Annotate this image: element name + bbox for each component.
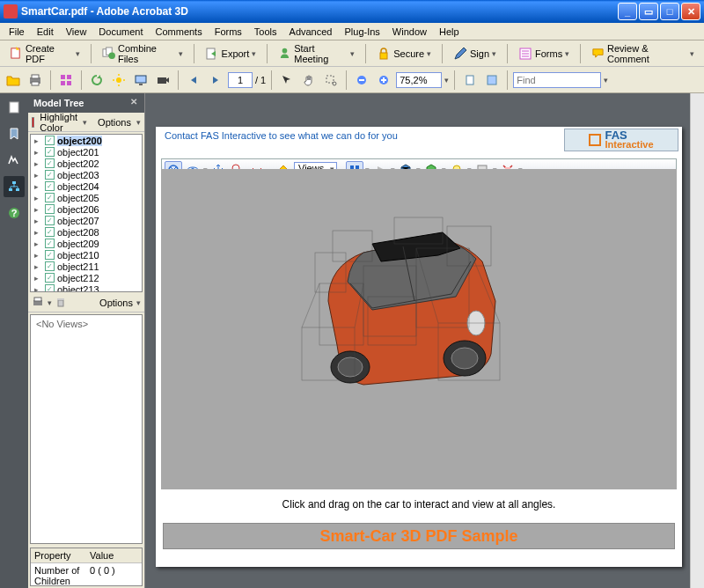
- tree-item[interactable]: ▸✓object213: [31, 283, 142, 292]
- svg-rect-25: [158, 77, 166, 84]
- window-title: SmartCar.pdf - Adobe Acrobat 3D: [21, 5, 618, 18]
- instruction-text: Click and drag on the car to interact an…: [156, 493, 682, 516]
- combine-icon: [102, 47, 115, 61]
- page-number-input[interactable]: [228, 72, 253, 88]
- model-tree-panel-button[interactable]: [4, 176, 25, 197]
- close-button[interactable]: ✕: [681, 3, 700, 20]
- vertical-scrollbar[interactable]: [690, 93, 704, 588]
- menu-document[interactable]: Document: [93, 25, 148, 39]
- fit-width-button[interactable]: [460, 70, 480, 90]
- prev-page-button[interactable]: [184, 70, 203, 90]
- start-meeting-button[interactable]: Start Meeting▾: [272, 40, 361, 68]
- tree-options-menu[interactable]: Options: [98, 117, 131, 128]
- document-viewport[interactable]: Contact FAS Interactive to see what we c…: [145, 93, 704, 588]
- highlight-color-label[interactable]: Highlight Color: [40, 112, 77, 133]
- print-button[interactable]: [26, 70, 45, 90]
- pages-panel-button[interactable]: [4, 97, 25, 118]
- tree-item[interactable]: ▸✓object206: [31, 203, 142, 215]
- maximize-button[interactable]: □: [660, 3, 679, 20]
- create-pdf-button[interactable]: Create PDF▾: [4, 40, 86, 68]
- property-header-key: Property: [31, 548, 86, 562]
- tree-item[interactable]: ▸✓object203: [31, 169, 142, 180]
- fas-logo: FASInteractive: [564, 129, 678, 151]
- hand-tool-button[interactable]: [299, 70, 319, 90]
- sun-button[interactable]: [109, 70, 128, 90]
- menu-window[interactable]: Window: [387, 25, 432, 39]
- highlight-color-swatch[interactable]: [32, 117, 34, 128]
- 3d-canvas[interactable]: [161, 169, 677, 489]
- tree-item[interactable]: ▸✓object201: [31, 146, 142, 158]
- tree-item[interactable]: ▸✓object212: [31, 272, 142, 283]
- find-input[interactable]: [513, 72, 601, 88]
- tree-item[interactable]: ▸✓object211: [31, 261, 142, 272]
- menu-forms[interactable]: Forms: [209, 25, 247, 39]
- svg-rect-35: [10, 102, 18, 113]
- reload-button[interactable]: [87, 70, 106, 90]
- minimize-button[interactable]: _: [618, 3, 637, 20]
- svg-point-27: [333, 82, 336, 85]
- views-options-menu[interactable]: Options: [99, 298, 133, 308]
- forms-button[interactable]: Forms▾: [512, 43, 576, 64]
- svg-rect-15: [67, 75, 71, 79]
- fit-page-button[interactable]: [482, 70, 502, 90]
- car-model[interactable]: [275, 195, 539, 415]
- pdf-page: Contact FAS Interactive to see what we c…: [156, 127, 682, 567]
- marquee-zoom-button[interactable]: [321, 70, 341, 90]
- views-print-icon[interactable]: [32, 296, 44, 310]
- zoom-level-input[interactable]: [396, 72, 442, 88]
- svg-rect-6: [380, 53, 387, 59]
- menu-plugins[interactable]: Plug-Ins: [339, 25, 385, 39]
- tree-item[interactable]: ▸✓object205: [31, 192, 142, 203]
- svg-point-63: [451, 348, 478, 369]
- menu-edit[interactable]: Edit: [32, 25, 59, 39]
- views-trash-icon[interactable]: [55, 297, 66, 309]
- help-panel-button[interactable]: ?: [4, 202, 25, 224]
- comment-icon: [591, 47, 605, 61]
- svg-rect-14: [61, 75, 65, 79]
- menu-comments[interactable]: Comments: [150, 25, 208, 39]
- menu-view[interactable]: View: [61, 25, 92, 39]
- review-comment-button[interactable]: Review & Comment▾: [585, 40, 700, 68]
- property-row-value: 0 ( 0 ): [86, 563, 142, 588]
- menu-advanced[interactable]: Advanced: [284, 25, 338, 39]
- display-button[interactable]: [131, 70, 150, 90]
- open-button[interactable]: [4, 70, 23, 90]
- tree-item[interactable]: ▸✓object204: [31, 180, 142, 192]
- svg-point-3: [108, 52, 114, 58]
- bookmarks-panel-button[interactable]: [4, 123, 25, 144]
- zoom-in-button[interactable]: [374, 70, 393, 90]
- meeting-icon: [278, 47, 291, 61]
- tree-item[interactable]: ▸✓object208: [31, 226, 142, 238]
- sign-button[interactable]: Sign▾: [447, 43, 502, 64]
- svg-point-61: [338, 357, 363, 377]
- panel-close-button[interactable]: ✕: [130, 97, 141, 107]
- zoom-dropdown-icon[interactable]: ▾: [444, 76, 449, 85]
- pen-icon: [453, 47, 467, 61]
- tree-item[interactable]: ▸✓object200: [31, 135, 142, 146]
- tree-item[interactable]: ▸✓object210: [31, 249, 142, 261]
- views-list[interactable]: <No Views>: [31, 315, 142, 543]
- tree-item[interactable]: ▸✓object202: [31, 158, 142, 169]
- tree-item[interactable]: ▸✓object207: [31, 215, 142, 226]
- thumbnails-button[interactable]: [56, 70, 76, 90]
- restore-button[interactable]: ▭: [639, 3, 658, 20]
- secure-button[interactable]: Secure▾: [370, 43, 437, 64]
- svg-rect-16: [61, 81, 65, 85]
- camera-button[interactable]: [153, 70, 172, 90]
- signatures-panel-button[interactable]: [4, 150, 25, 171]
- sample-title-bar: Smart-Car 3D PDF Sample: [163, 523, 675, 549]
- select-tool-button[interactable]: [277, 70, 297, 90]
- combine-files-button[interactable]: Combine Files▾: [96, 40, 189, 68]
- object-tree-list[interactable]: ▸✓object200▸✓object201▸✓object202▸✓objec…: [30, 134, 143, 292]
- menu-help[interactable]: Help: [434, 25, 465, 39]
- export-button[interactable]: Export▾: [199, 43, 263, 64]
- next-page-button[interactable]: [206, 70, 225, 90]
- forms-icon: [518, 47, 532, 61]
- svg-rect-23: [136, 76, 146, 83]
- find-dropdown-icon[interactable]: ▾: [604, 76, 608, 85]
- menu-tools[interactable]: Tools: [249, 25, 282, 39]
- menu-file[interactable]: File: [4, 25, 30, 39]
- tree-item[interactable]: ▸✓object209: [31, 238, 142, 249]
- svg-point-18: [116, 77, 121, 83]
- zoom-out-button[interactable]: [352, 70, 371, 90]
